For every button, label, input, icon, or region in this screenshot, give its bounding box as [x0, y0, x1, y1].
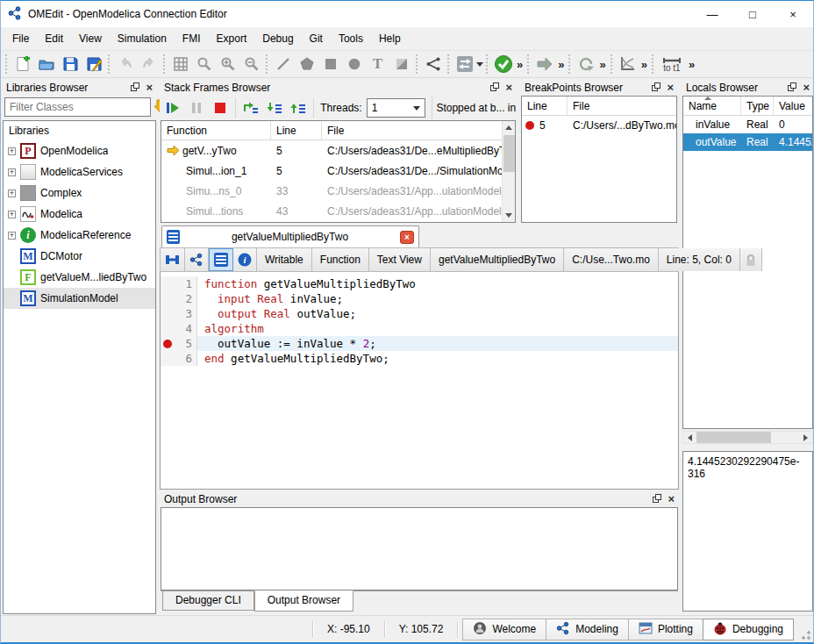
stack-frame-row[interactable]: symb...tion: [161, 221, 515, 223]
writable-button[interactable]: Writable: [257, 248, 312, 271]
transition-dropdown-icon[interactable]: [476, 62, 483, 67]
float-dock-icon[interactable]: [788, 82, 796, 94]
bitmap-shape-button[interactable]: [389, 53, 413, 75]
vertical-scrollbar[interactable]: [502, 121, 515, 222]
menu-git[interactable]: Git: [302, 29, 331, 48]
variable-value-box[interactable]: 4.1445230292290475e-316: [682, 451, 813, 612]
connect-mode-button[interactable]: [421, 53, 445, 75]
column-file[interactable]: File: [322, 121, 515, 140]
new-model-button[interactable]: [11, 53, 34, 75]
rectangle-shape-button[interactable]: [318, 53, 342, 75]
stack-frame-row[interactable]: getV...yTwo 5 C:/Users/adeas31/De...eMul…: [161, 140, 515, 161]
menu-tools[interactable]: Tools: [331, 29, 371, 48]
exit-debugger-button[interactable]: [209, 97, 232, 118]
resize-grip[interactable]: [799, 628, 811, 640]
stack-frame-row[interactable]: Simul...ion_1 5 C:/Users/adeas31/De.../S…: [161, 161, 515, 181]
breakpoint-row[interactable]: 5 C:/Users/...dByTwo.mo: [522, 116, 676, 135]
save-button[interactable]: [58, 53, 82, 75]
perspective-modeling[interactable]: Modeling: [546, 619, 629, 640]
resume-button[interactable]: [161, 97, 184, 118]
scrollbar-thumb[interactable]: [503, 135, 515, 172]
menu-view[interactable]: View: [71, 29, 110, 48]
maximize-button[interactable]: □: [732, 1, 773, 27]
local-variable-row-selected[interactable]: outValue Real 4.1445230292290475e-316: [683, 133, 812, 151]
menu-fmi[interactable]: FMI: [175, 29, 209, 48]
save-as-button[interactable]: [82, 53, 105, 75]
output-content[interactable]: [161, 507, 678, 590]
close-dock-icon[interactable]: ×: [667, 82, 674, 93]
close-tab-icon[interactable]: ×: [400, 231, 414, 244]
perspective-debugging[interactable]: Debugging: [703, 619, 794, 640]
column-name[interactable]: Name: [683, 97, 741, 115]
close-dock-icon[interactable]: ×: [668, 494, 675, 504]
documentation-info-icon[interactable]: i: [233, 248, 257, 271]
scroll-right-icon[interactable]: [803, 434, 808, 441]
text-view-icon[interactable]: [209, 248, 233, 271]
float-dock-icon[interactable]: [652, 82, 660, 94]
close-button[interactable]: ×: [773, 1, 813, 27]
undo-button[interactable]: [113, 53, 137, 75]
toolbar-overflow-icon[interactable]: »: [556, 58, 566, 71]
float-dock-icon[interactable]: [131, 82, 139, 94]
interactive-simulation-button[interactable]: to t1: [657, 53, 687, 75]
column-file[interactable]: File: [568, 97, 676, 115]
toolbar-overflow-icon[interactable]: »: [639, 58, 649, 71]
close-dock-icon[interactable]: ×: [505, 82, 512, 93]
step-return-icon[interactable]: [287, 97, 310, 118]
scroll-up-icon[interactable]: [505, 125, 512, 130]
library-item-getvaluemultipliedbytwo[interactable]: F getValueM...liedByTwo: [4, 267, 155, 288]
toolbar-overflow-icon[interactable]: »: [515, 58, 525, 71]
stack-frame-row[interactable]: Simu...ns_0 33 C:/Users/adeas31/App...ul…: [161, 181, 515, 201]
float-dock-icon[interactable]: [490, 82, 499, 94]
column-line[interactable]: Line: [522, 97, 568, 115]
threads-combobox[interactable]: 1: [367, 98, 426, 118]
column-type[interactable]: Type: [741, 97, 774, 115]
diagram-view-icon[interactable]: [185, 248, 209, 271]
library-item-modelica[interactable]: + Modelica: [4, 204, 155, 225]
filter-classes-input[interactable]: [4, 97, 151, 117]
column-value[interactable]: Value: [774, 97, 812, 115]
connector-view-icon[interactable]: [161, 248, 185, 271]
menu-file[interactable]: File: [4, 29, 37, 48]
close-dock-icon[interactable]: ×: [803, 82, 810, 93]
step-into-icon[interactable]: [263, 97, 286, 118]
plot-window-button[interactable]: [616, 53, 639, 75]
toolbar-overflow-icon[interactable]: »: [687, 58, 696, 71]
column-line[interactable]: Line: [271, 121, 322, 140]
library-item-complex[interactable]: + Complex: [4, 182, 155, 204]
perspective-plotting[interactable]: Plotting: [628, 619, 703, 640]
zoom-fit-button[interactable]: [192, 53, 216, 75]
expand-icon[interactable]: +: [8, 211, 16, 218]
editor-tab[interactable]: getValueMultipliedByTwo ×: [161, 225, 419, 247]
zoom-in-button[interactable]: [216, 53, 239, 75]
polygon-shape-button[interactable]: [295, 53, 318, 75]
breakpoint-icon[interactable]: [163, 340, 172, 348]
scrollbar-thumb[interactable]: [696, 432, 771, 443]
library-item-openmodelica[interactable]: + P OpenModelica: [4, 140, 155, 161]
transition-mode-button[interactable]: [453, 53, 476, 75]
expand-icon[interactable]: +: [8, 147, 16, 155]
local-variable-row[interactable]: inValue Real 0: [683, 116, 812, 133]
horizontal-scrollbar[interactable]: [682, 431, 813, 444]
column-function[interactable]: Function: [161, 121, 271, 140]
minimize-button[interactable]: —: [692, 1, 732, 27]
library-item-modelicaservices[interactable]: + ModelicaServices: [4, 161, 155, 182]
redo-button[interactable]: [137, 53, 161, 75]
expand-icon[interactable]: +: [8, 232, 16, 240]
step-over-icon[interactable]: [239, 97, 262, 118]
expand-icon[interactable]: +: [8, 168, 16, 176]
menu-debug[interactable]: Debug: [254, 29, 301, 48]
zoom-out-button[interactable]: [239, 53, 263, 75]
menu-export[interactable]: Export: [209, 29, 255, 48]
toolbar-overflow-icon[interactable]: »: [597, 58, 607, 71]
open-model-button[interactable]: [34, 53, 58, 75]
menu-simulation[interactable]: Simulation: [110, 29, 175, 48]
simulate-button[interactable]: [532, 53, 556, 75]
check-model-button[interactable]: [491, 53, 515, 75]
scroll-down-icon[interactable]: [505, 213, 512, 218]
expand-icon[interactable]: +: [8, 190, 16, 197]
interrupt-button[interactable]: [185, 97, 208, 118]
grid-button[interactable]: [168, 53, 192, 75]
code-editor[interactable]: 1 function getValueMultipliedByTwo 2 inp…: [160, 272, 679, 490]
library-item-dcmotor[interactable]: M DCMotor: [4, 246, 155, 267]
